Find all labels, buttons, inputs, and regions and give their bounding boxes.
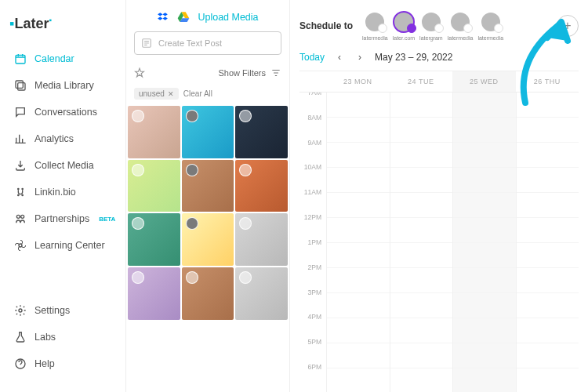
calendar-cell[interactable] xyxy=(327,318,390,343)
create-text-post-input[interactable]: Create Text Post xyxy=(134,31,281,55)
calendar-cell[interactable] xyxy=(453,168,516,193)
calendar-cell[interactable] xyxy=(517,318,579,343)
calendar-cell[interactable] xyxy=(390,118,453,143)
calendar-cell[interactable] xyxy=(327,218,390,243)
calendar-cell[interactable] xyxy=(327,118,390,143)
calendar-cell[interactable] xyxy=(517,218,579,243)
account-selector[interactable]: latermedia xyxy=(477,11,503,41)
media-thumbnail[interactable] xyxy=(235,160,288,212)
account-selector[interactable]: latergram xyxy=(419,11,443,41)
calendar-cell[interactable] xyxy=(453,368,516,392)
calendar-cell[interactable] xyxy=(453,318,516,343)
media-thumbnail[interactable] xyxy=(182,160,234,212)
calendar-cell[interactable] xyxy=(517,93,579,118)
day-column[interactable] xyxy=(452,93,516,392)
close-icon[interactable]: ✕ xyxy=(168,90,174,98)
media-thumbnail[interactable] xyxy=(235,106,288,158)
day-column[interactable] xyxy=(516,93,579,392)
account-selector[interactable]: latermedia xyxy=(362,11,388,41)
calendar-cell[interactable] xyxy=(390,368,453,392)
upload-media-button[interactable]: Upload Media xyxy=(198,12,258,23)
calendar-cell[interactable] xyxy=(390,218,453,243)
day-column[interactable] xyxy=(326,93,390,392)
calendar-cell[interactable] xyxy=(453,218,516,243)
star-icon[interactable] xyxy=(134,67,145,78)
media-thumbnail[interactable] xyxy=(128,160,180,212)
calendar-cell[interactable] xyxy=(453,293,516,318)
sidebar-item-settings[interactable]: Settings xyxy=(9,298,116,323)
calendar-cell[interactable] xyxy=(517,343,579,368)
day-header[interactable]: 23 MON xyxy=(326,71,390,92)
calendar-cell[interactable] xyxy=(453,343,516,368)
calendar-cell[interactable] xyxy=(517,268,579,293)
day-header[interactable]: 25 WED xyxy=(452,71,516,92)
calendar-cell[interactable] xyxy=(453,93,516,118)
media-thumbnail[interactable] xyxy=(128,213,180,266)
day-header[interactable]: 24 TUE xyxy=(390,71,453,92)
sidebar-item-media-library[interactable]: Media Library xyxy=(9,73,116,98)
media-thumbnail[interactable] xyxy=(235,267,288,320)
calendar-cell[interactable] xyxy=(390,318,453,343)
calendar-cell[interactable] xyxy=(390,143,453,168)
calendar-cell[interactable] xyxy=(453,268,516,293)
calendar-cell[interactable] xyxy=(327,243,390,268)
time-label: 6PM xyxy=(299,363,326,388)
calendar-cell[interactable] xyxy=(517,368,579,392)
calendar-cell[interactable] xyxy=(327,268,390,293)
calendar-cell[interactable] xyxy=(453,193,516,218)
sidebar-item-linkin-bio[interactable]: Linkin.bio xyxy=(9,180,116,205)
google-drive-icon[interactable] xyxy=(177,11,190,24)
calendar-cell[interactable] xyxy=(327,193,390,218)
media-thumbnail[interactable] xyxy=(128,267,180,320)
day-header[interactable]: 26 THU xyxy=(516,71,579,92)
calendar-cell[interactable] xyxy=(453,243,516,268)
calendar-cell[interactable] xyxy=(390,293,453,318)
calendar-cell[interactable] xyxy=(327,168,390,193)
media-thumbnail[interactable] xyxy=(235,213,288,266)
platform-badge-icon xyxy=(407,24,416,33)
day-column[interactable] xyxy=(390,93,453,392)
sidebar-item-partnerships[interactable]: PartnershipsBETA xyxy=(9,206,116,231)
show-filters-button[interactable]: Show Filters xyxy=(218,67,281,78)
calendar-cell[interactable] xyxy=(390,168,453,193)
media-thumbnail[interactable] xyxy=(128,106,180,158)
calendar-cell[interactable] xyxy=(517,118,579,143)
calendar-cell[interactable] xyxy=(390,243,453,268)
sidebar-item-analytics[interactable]: Analytics xyxy=(9,126,116,151)
account-selector[interactable]: latermedia xyxy=(448,11,474,41)
sidebar-item-label: Collect Media xyxy=(34,160,94,171)
sidebar-item-calendar[interactable]: Calendar xyxy=(9,46,116,71)
prev-week-button[interactable]: ‹ xyxy=(334,52,345,63)
media-thumbnail[interactable] xyxy=(182,106,234,158)
calendar-cell[interactable] xyxy=(390,93,453,118)
calendar-cell[interactable] xyxy=(327,343,390,368)
sidebar-item-help[interactable]: Help xyxy=(9,351,116,376)
calendar-cell[interactable] xyxy=(517,193,579,218)
calendar-cell[interactable] xyxy=(390,193,453,218)
calendar-cell[interactable] xyxy=(453,143,516,168)
media-thumbnail[interactable] xyxy=(182,213,234,266)
add-account-button[interactable]: + xyxy=(557,15,579,37)
clear-all-button[interactable]: Clear All xyxy=(183,89,212,98)
calendar-cell[interactable] xyxy=(390,268,453,293)
media-thumbnail[interactable] xyxy=(182,267,234,320)
today-button[interactable]: Today xyxy=(299,52,325,63)
sidebar-item-collect-media[interactable]: Collect Media xyxy=(9,153,116,178)
calendar-cell[interactable] xyxy=(517,168,579,193)
calendar-cell[interactable] xyxy=(327,368,390,392)
calendar-cell[interactable] xyxy=(327,143,390,168)
calendar-cell[interactable] xyxy=(453,118,516,143)
calendar-cell[interactable] xyxy=(327,93,390,118)
next-week-button[interactable]: › xyxy=(354,52,365,63)
filter-tag-unused[interactable]: unused✕ xyxy=(134,88,179,100)
calendar-cell[interactable] xyxy=(390,343,453,368)
sidebar-item-labs[interactable]: Labs xyxy=(9,325,116,350)
calendar-cell[interactable] xyxy=(327,293,390,318)
sidebar-item-learning-center[interactable]: Learning Center xyxy=(9,233,116,258)
calendar-cell[interactable] xyxy=(517,143,579,168)
calendar-cell[interactable] xyxy=(517,243,579,268)
dropbox-icon[interactable] xyxy=(157,11,169,24)
sidebar-item-conversations[interactable]: Conversations xyxy=(9,100,116,125)
calendar-cell[interactable] xyxy=(517,293,579,318)
account-selector[interactable]: later.com xyxy=(393,11,415,41)
